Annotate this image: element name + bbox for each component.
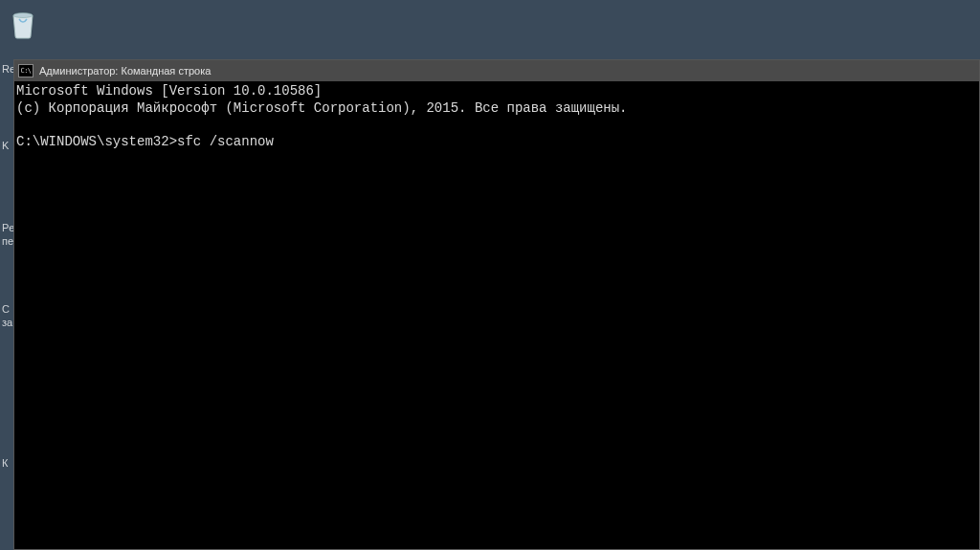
- background-text-fragment: K: [2, 140, 9, 152]
- background-text-fragment: С: [2, 303, 10, 316]
- recycle-bin-icon[interactable]: [4, 4, 42, 42]
- background-text-fragment: пе: [2, 235, 13, 248]
- command-prompt-window[interactable]: C:\ Администратор: Командная строка Micr…: [13, 59, 980, 550]
- desktop[interactable]: Re K Pe пе С за К C:\ Администратор: Ком…: [0, 0, 980, 550]
- terminal-prompt: C:\WINDOWS\system32>: [16, 134, 177, 149]
- background-text-fragment: К: [2, 457, 8, 470]
- window-title: Администратор: Командная строка: [39, 65, 211, 77]
- terminal-output[interactable]: Microsoft Windows [Version 10.0.10586] (…: [14, 81, 979, 549]
- svg-point-0: [13, 13, 33, 18]
- titlebar[interactable]: C:\ Администратор: Командная строка: [14, 60, 979, 81]
- terminal-line: (c) Корпорация Майкрософт (Microsoft Cor…: [16, 100, 628, 116]
- terminal-line: Microsoft Windows [Version 10.0.10586]: [16, 83, 322, 99]
- background-text-fragment: за: [2, 317, 12, 329]
- terminal-command: sfc /scannow: [177, 134, 274, 149]
- command-prompt-icon: C:\: [18, 64, 33, 77]
